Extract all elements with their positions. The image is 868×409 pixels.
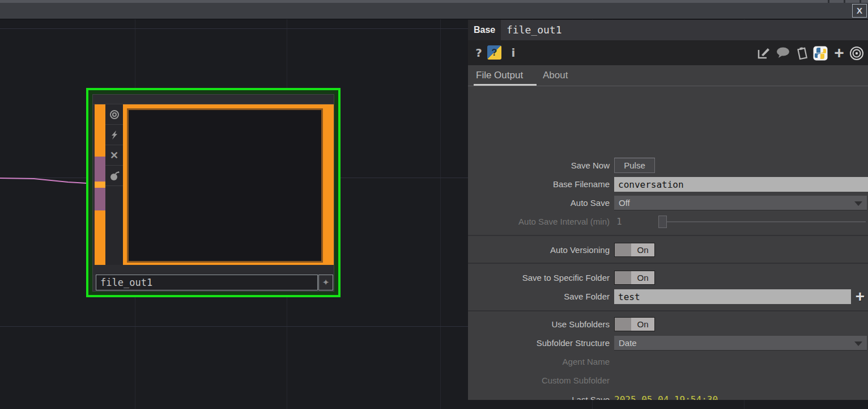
sparkle-icon: ✦ [322,277,330,287]
save-folder-field[interactable] [614,289,851,304]
param-label-save-folder[interactable]: Save Folder [468,289,610,304]
param-label-save-now[interactable]: Save Now [468,158,610,173]
base-filename-input[interactable] [614,177,868,192]
node-flag-column: ✕ [105,104,123,265]
comment-button[interactable] [775,45,791,60]
input-connector-active[interactable] [95,182,105,188]
bullseye-icon [849,46,864,61]
app-window: X ✕ [0,0,868,409]
group-separator [468,263,868,264]
param-label-auto-save[interactable]: Auto Save [468,196,610,210]
node-footer-strip [93,265,334,275]
viewer-active-flag-icon[interactable] [105,104,123,125]
chevron-down-icon [854,201,862,206]
param-label-last-save[interactable]: Last Save [468,393,610,400]
info-icon: i [512,46,516,60]
bypass-lightning-icon[interactable] [105,125,123,145]
help-button[interactable]: ? [473,45,485,60]
subfolder-structure-dropdown[interactable]: Date [614,336,867,351]
save-folder-input[interactable] [614,289,851,304]
python-help-button[interactable]: ? [487,45,501,60]
pulse-button[interactable]: Pulse [614,158,655,173]
panel-header: Base file_out1 [468,20,868,40]
input-connector[interactable] [95,188,105,210]
auto-versioning-toggle[interactable]: On [614,243,655,257]
param-label-save-to-specific-folder[interactable]: Save to Specific Folder [468,271,610,285]
help-icon: ? [475,46,482,60]
python-button[interactable] [812,45,828,61]
op-name-text[interactable]: file_out1 [507,20,562,40]
node-file-out1[interactable]: ✕ ✦ [92,94,334,292]
node-name-input[interactable] [96,275,317,290]
grid-line-v [440,19,441,409]
title-bar: X [0,0,868,19]
toolbar-separator [860,0,861,3]
parameter-dialog: Base file_out1 ? ? i [468,20,868,400]
param-label-base-filename[interactable]: Base Filename [468,177,610,192]
param-label-subfolder-structure[interactable]: Subfolder Structure [468,336,610,351]
python-logo-icon [813,46,828,61]
base-filename-field[interactable] [614,177,868,192]
chevron-down-icon [854,341,862,346]
edit-expression-button[interactable] [756,45,771,60]
tab-file-output[interactable]: File Output [476,65,523,86]
add-parameter-button[interactable]: + [832,45,846,60]
toolbar-separator [844,0,845,3]
title-bar-highlight [0,0,868,3]
plus-icon: + [834,43,844,62]
node-sparkle-button[interactable]: ✦ [318,275,333,290]
save-folder-add-button[interactable]: + [853,289,867,304]
active-tab-underline [474,84,537,86]
parameter-body: Save Now Pulse Base Filename Auto Save O… [468,86,868,400]
op-type-label: Base [474,20,495,40]
panel-icon-row: ? ? i [468,40,868,65]
param-label-agent-name: Agent Name [468,355,610,369]
node-viewer-content [127,108,323,263]
param-label-auto-versioning[interactable]: Auto Versioning [468,243,610,258]
last-save-value: 2025-05-04 19:54:30 [614,393,718,400]
node-input-strip[interactable] [95,104,105,265]
info-button[interactable]: i [509,45,518,60]
param-label-custom-subfolder: Custom Subfolder [468,373,610,388]
clipboard-icon [795,46,810,61]
close-button[interactable]: X [852,4,867,18]
param-label-use-subfolders[interactable]: Use Subfolders [468,317,610,332]
node-viewer-frame[interactable] [123,104,334,265]
param-label-auto-save-interval: Auto Save Interval (min) [468,214,610,229]
comment-bubble-icon [776,47,790,59]
group-separator [468,235,868,236]
auto-save-dropdown[interactable]: Off [614,196,867,210]
node-header-strip [93,95,334,104]
node-name-row: ✦ [93,275,334,291]
close-x-flag-icon[interactable]: ✕ [105,145,123,166]
group-separator [468,310,868,311]
toolbar-separator [828,0,829,3]
edit-pencil-icon [756,46,770,60]
plus-icon: + [856,288,865,306]
interval-value: 1 [616,214,622,229]
interval-slider-track[interactable] [667,221,866,222]
tab-about[interactable]: About [543,65,568,86]
use-subfolders-toggle[interactable]: On [614,317,655,331]
input-connector[interactable] [95,157,105,182]
tab-bar: File Output About [468,65,868,86]
node-wire[interactable] [0,173,96,190]
node-name-field[interactable] [96,275,318,290]
save-to-specific-folder-toggle[interactable]: On [614,271,655,285]
target-button[interactable] [849,45,865,61]
interval-slider-handle[interactable] [658,216,667,228]
python-help-icon: ? [492,48,497,58]
bomb-flag-icon[interactable] [105,166,123,186]
clipboard-button[interactable] [794,45,810,61]
